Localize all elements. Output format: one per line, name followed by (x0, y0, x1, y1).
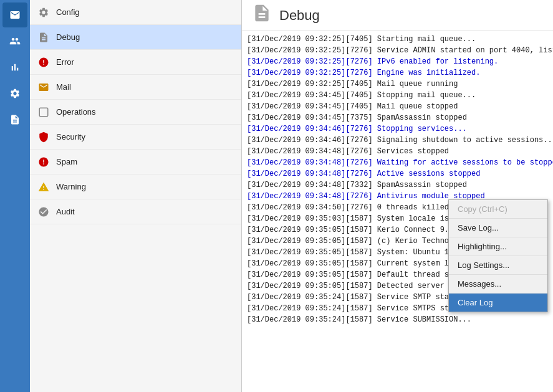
warning-label: Warning (56, 182, 86, 191)
chart-nav-icon[interactable] (2, 55, 27, 80)
log-line: [31/Dec/2019 09:34:45][7375] SpamAssassi… (247, 112, 548, 123)
context-menu-item-copy: Copy (Ctrl+C) (449, 200, 547, 219)
sidebar-item-config[interactable]: Config (30, 0, 241, 25)
log-line: [31/Dec/2019 09:35:24][1587] Service SUB… (247, 314, 548, 325)
svg-rect-1 (39, 108, 48, 117)
log-line: [31/Dec/2019 09:32:25][7405] Mail queue … (247, 79, 548, 90)
log-line: [31/Dec/2019 09:34:48][7276] Services st… (247, 146, 548, 157)
log-line: [31/Dec/2019 09:34:46][7276] Signaling s… (247, 135, 548, 146)
sidebar-item-security[interactable]: Security (30, 125, 241, 150)
log-line: [31/Dec/2019 09:34:46][7276] Stopping se… (247, 123, 548, 135)
error-icon (37, 56, 50, 69)
warning-icon (37, 181, 50, 193)
sidebar-item-operations[interactable]: Operations (30, 100, 241, 125)
debug-label: Debug (56, 32, 80, 42)
settings-nav-icon[interactable] (2, 81, 27, 106)
log-line: [31/Dec/2019 09:32:25][7276] Service ADM… (247, 45, 548, 56)
config-label: Config (56, 7, 80, 17)
log-line: [31/Dec/2019 09:34:48][7332] SpamAssassi… (247, 179, 548, 191)
users-nav-icon[interactable] (2, 29, 27, 54)
mail-nav-icon[interactable] (2, 2, 27, 27)
sidebar: Config Debug Error Mail Operations Secur… (30, 0, 242, 392)
context-menu: Copy (Ctrl+C)Save Log...Highlighting...L… (448, 199, 548, 312)
log-line: [31/Dec/2019 09:32:25][7276] Engine was … (247, 67, 548, 79)
error-label: Error (56, 57, 74, 67)
main-panel: Debug [31/Dec/2019 09:32:25][7405] Start… (242, 0, 553, 392)
spam-icon (37, 156, 50, 168)
sidebar-item-spam[interactable]: Spam (30, 150, 241, 174)
context-menu-item-save-log[interactable]: Save Log... (449, 219, 547, 237)
mail-label: Mail (56, 82, 71, 92)
mail-icon (37, 81, 50, 93)
context-menu-item-messages[interactable]: Messages... (449, 275, 547, 294)
log-line: [31/Dec/2019 09:34:48][7276] Waiting for… (247, 157, 548, 168)
context-menu-item-log-settings[interactable]: Log Settings... (449, 256, 547, 275)
operations-label: Operations (56, 107, 96, 117)
log-line: [31/Dec/2019 09:32:25][7276] IPv6 enable… (247, 56, 548, 67)
audit-icon (37, 206, 50, 218)
context-menu-item-highlighting[interactable]: Highlighting... (449, 237, 547, 256)
debug-icon (37, 31, 50, 44)
sidebar-item-error[interactable]: Error (30, 50, 241, 75)
log-line: [31/Dec/2019 09:32:25][7405] Starting ma… (247, 34, 548, 45)
sidebar-item-debug[interactable]: Debug (30, 25, 241, 50)
log-line: [31/Dec/2019 09:34:48][7276] Active sess… (247, 168, 548, 179)
sidebar-item-audit[interactable]: Audit (30, 199, 241, 224)
audit-label: Audit (56, 207, 75, 216)
operations-icon (37, 106, 50, 118)
log-line: [31/Dec/2019 09:34:45][7405] Stopping ma… (247, 90, 548, 101)
config-icon (37, 6, 50, 19)
doc-nav-icon[interactable] (2, 107, 27, 132)
context-menu-item-clear-log[interactable]: Clear Log (449, 294, 547, 312)
spam-label: Spam (56, 157, 77, 166)
main-header-icon (252, 3, 272, 27)
sidebar-item-mail[interactable]: Mail (30, 75, 241, 100)
page-title: Debug (279, 7, 320, 24)
security-label: Security (56, 132, 85, 141)
sidebar-item-warning[interactable]: Warning (30, 174, 241, 199)
security-icon (37, 131, 50, 143)
icon-bar (0, 0, 30, 392)
main-header: Debug (242, 0, 553, 31)
log-line: [31/Dec/2019 09:34:45][7405] Mail queue … (247, 101, 548, 112)
